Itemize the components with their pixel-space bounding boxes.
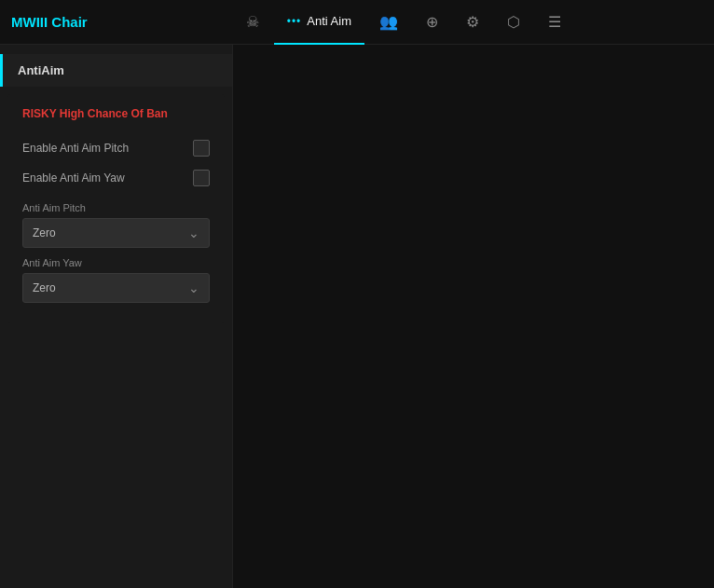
option-row-yaw: Enable Anti Aim Yaw — [22, 163, 210, 193]
nav-item-players[interactable]: 👥 — [366, 0, 411, 45]
option-row-pitch: Enable Anti Aim Pitch — [22, 133, 210, 163]
right-content — [233, 45, 714, 588]
sidebar-section-label: AntiAim — [18, 63, 64, 77]
option-yaw-label: Enable Anti Aim Yaw — [22, 171, 125, 185]
document-icon: ☰ — [548, 13, 561, 31]
nav-bar: ☠ ••• Anti Aim 👥 ⊕ ⚙ ⬡ ☰ — [104, 0, 703, 45]
nav-item-antiaim[interactable]: ••• Anti Aim — [274, 0, 364, 45]
sidebar-section-antiaim[interactable]: AntiAim — [0, 54, 232, 87]
yaw-dropdown-value: Zero — [33, 281, 56, 294]
nav-item-shield[interactable]: ⬡ — [494, 0, 533, 45]
enable-yaw-checkbox[interactable] — [193, 170, 210, 186]
antiaim-panel: RISKY High Chance Of Ban Enable Anti Aim… — [7, 94, 225, 323]
gear-icon: ⚙ — [466, 13, 479, 31]
option-pitch-label: Enable Anti Aim Pitch — [22, 142, 129, 155]
pitch-dropdown[interactable]: Zero ⌄ — [22, 218, 210, 248]
yaw-dropdown[interactable]: Zero ⌄ — [22, 273, 210, 303]
pitch-section-label: Anti Aim Pitch — [22, 202, 210, 213]
pitch-dropdown-arrow: ⌄ — [188, 226, 199, 240]
nav-item-target[interactable]: ⊕ — [413, 0, 451, 45]
skull-icon: ☠ — [246, 13, 259, 31]
nav-item-skull[interactable]: ☠ — [233, 0, 272, 45]
players-icon: 👥 — [379, 13, 398, 31]
main-layout: AntiAim RISKY High Chance Of Ban Enable … — [0, 45, 714, 588]
enable-pitch-checkbox[interactable] — [193, 140, 210, 157]
nav-item-gear[interactable]: ⚙ — [453, 0, 492, 45]
target-icon: ⊕ — [426, 13, 438, 31]
nav-item-document[interactable]: ☰ — [535, 0, 574, 45]
nav-antiaim-label: Anti Aim — [307, 14, 351, 28]
dots-icon: ••• — [287, 15, 302, 28]
shield-icon: ⬡ — [507, 13, 520, 31]
warning-banner: RISKY High Chance Of Ban — [22, 107, 210, 120]
sidebar: AntiAim RISKY High Chance Of Ban Enable … — [0, 45, 233, 588]
app-logo: MWIII Chair — [11, 14, 88, 30]
pitch-dropdown-value: Zero — [33, 226, 56, 239]
yaw-section-label: Anti Aim Yaw — [22, 257, 210, 268]
yaw-dropdown-arrow: ⌄ — [188, 280, 199, 295]
topbar: MWIII Chair ☠ ••• Anti Aim 👥 ⊕ ⚙ ⬡ ☰ — [0, 0, 714, 45]
